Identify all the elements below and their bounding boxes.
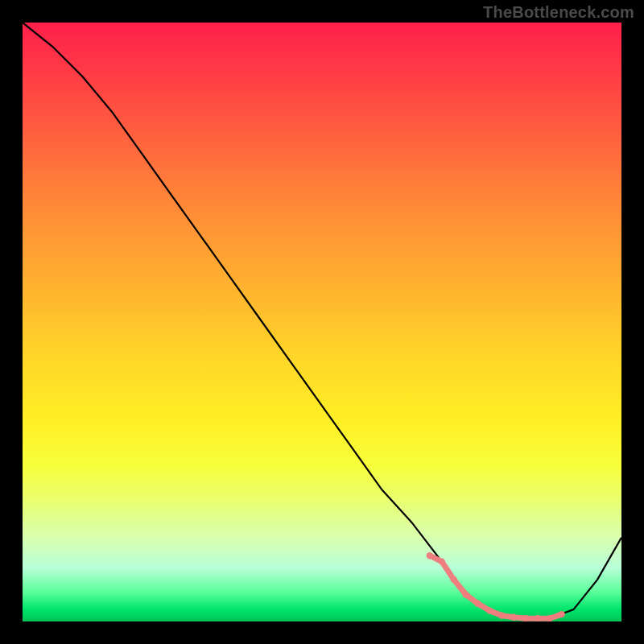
highlight-dot — [558, 611, 564, 617]
watermark-text: TheBottleneck.com — [483, 3, 634, 22]
highlight-dot — [498, 612, 505, 618]
plot-area — [23, 23, 621, 621]
highlight-segment — [427, 552, 565, 621]
highlight-dot — [439, 558, 445, 564]
highlight-dot — [462, 591, 469, 597]
highlight-path — [430, 555, 562, 618]
highlight-dot — [486, 607, 493, 613]
bottleneck-curve-path — [23, 23, 621, 618]
highlight-dot — [427, 552, 433, 559]
highlight-dot — [474, 601, 481, 607]
chart-frame: TheBottleneck.com — [0, 0, 644, 644]
highlight-dot — [451, 576, 457, 583]
curve-layer — [23, 23, 621, 621]
highlight-dot — [510, 614, 517, 621]
